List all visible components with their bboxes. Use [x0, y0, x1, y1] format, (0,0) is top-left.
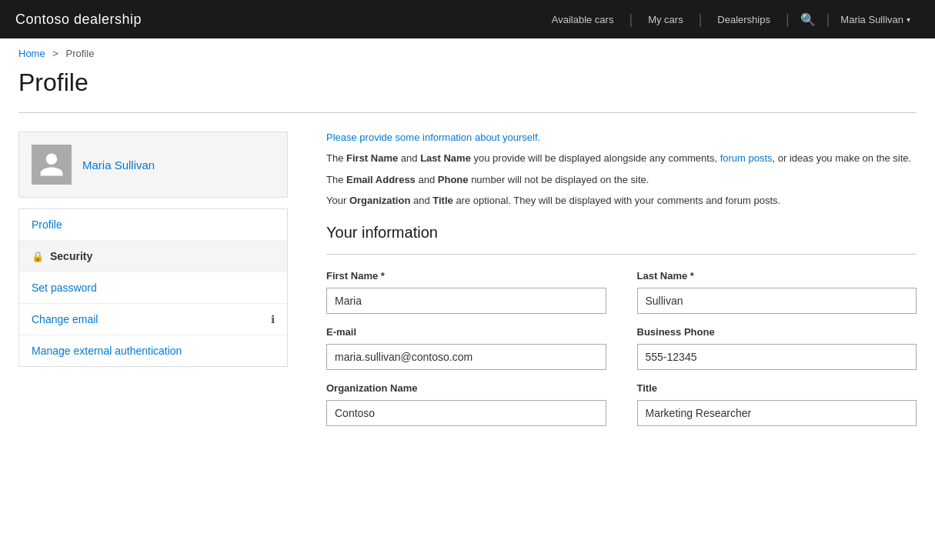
forum-posts-link[interactable]: forum posts	[720, 152, 773, 164]
last-name-input[interactable]	[637, 288, 917, 314]
search-icon[interactable]: 🔍	[791, 12, 825, 27]
bold-last-name: Last Name	[420, 152, 471, 164]
phone-input[interactable]	[637, 344, 917, 370]
form-group-first-name: First Name *	[326, 270, 606, 314]
nav-dealerships[interactable]: Dealerships	[703, 14, 784, 25]
header: Contoso dealership Available cars | My c…	[0, 0, 935, 38]
sidebar-item-change-email[interactable]: Change email	[32, 313, 98, 325]
sidebar-item-manage-auth[interactable]: Manage external authentication	[19, 335, 287, 366]
sidebar: Maria Sullivan Profile 🔒 Security Set pa…	[18, 132, 303, 426]
form-group-org: Organization Name	[326, 382, 606, 426]
form-group-phone: Business Phone	[637, 326, 917, 370]
org-input[interactable]	[326, 400, 606, 426]
app-logo: Contoso dealership	[15, 12, 142, 28]
nav-available-cars[interactable]: Available cars	[538, 14, 628, 25]
sidebar-security-label: Security	[50, 250, 92, 262]
breadcrumb-home[interactable]: Home	[18, 48, 45, 59]
first-name-label: First Name *	[326, 270, 606, 282]
email-label: E-mail	[326, 326, 606, 338]
main-layout: Maria Sullivan Profile 🔒 Security Set pa…	[18, 132, 917, 426]
desc-email: The Email Address and Phone number will …	[326, 172, 917, 188]
page-divider	[18, 112, 917, 113]
bold-email: Email Address	[346, 174, 416, 185]
page-title: Profile	[18, 68, 917, 97]
desc-org: Your Organization and Title are optional…	[326, 193, 917, 208]
nav-divider-2: |	[699, 12, 703, 28]
title-input[interactable]	[637, 400, 917, 426]
page-container: Profile Maria Sullivan Profile 🔒 Securit…	[0, 68, 935, 457]
user-card: Maria Sullivan	[18, 132, 288, 198]
last-name-label: Last Name *	[637, 270, 917, 282]
form-group-last-name: Last Name *	[637, 270, 917, 314]
breadcrumb-current: Profile	[66, 48, 95, 59]
sidebar-user-name: Maria Sullivan	[82, 158, 155, 172]
sidebar-menu: Profile 🔒 Security Set password Change e…	[18, 208, 288, 367]
bold-first-name: First Name	[346, 152, 398, 164]
breadcrumb-separator: >	[52, 48, 58, 59]
user-menu[interactable]: Maria Sullivan	[831, 14, 920, 25]
phone-label: Business Phone	[637, 326, 917, 338]
section-divider	[326, 254, 917, 255]
lock-icon: 🔒	[32, 251, 44, 262]
sidebar-change-email-row[interactable]: Change email ℹ	[19, 304, 287, 335]
title-label: Title	[637, 382, 917, 394]
sidebar-security-header: 🔒 Security	[19, 241, 287, 272]
bold-title: Title	[432, 195, 453, 206]
nav-divider-1: |	[629, 12, 633, 28]
first-name-input[interactable]	[326, 288, 606, 314]
org-label: Organization Name	[326, 382, 606, 394]
form-group-email: E-mail	[326, 326, 606, 370]
section-your-information: Your information	[326, 224, 917, 242]
bold-phone: Phone	[438, 174, 469, 185]
email-input[interactable]	[326, 344, 606, 370]
content-area: Please provide some information about yo…	[303, 132, 917, 426]
sidebar-item-set-password[interactable]: Set password	[19, 272, 287, 304]
form-group-title: Title	[637, 382, 917, 426]
bold-org: Organization	[349, 195, 410, 206]
avatar-icon	[38, 151, 65, 178]
nav-divider-4: |	[826, 12, 830, 28]
sidebar-item-profile[interactable]: Profile	[19, 209, 287, 241]
nav-my-cars[interactable]: My cars	[634, 14, 697, 25]
avatar	[32, 145, 72, 185]
profile-form: First Name * Last Name * E-mail Business…	[326, 270, 917, 426]
main-nav: Available cars | My cars | Dealerships |…	[538, 12, 920, 28]
intro-text: Please provide some information about yo…	[326, 132, 917, 143]
nav-divider-3: |	[786, 12, 790, 28]
info-icon: ℹ	[271, 313, 275, 325]
breadcrumb: Home > Profile	[0, 38, 935, 68]
desc-names: The First Name and Last Name you provide…	[326, 151, 917, 166]
